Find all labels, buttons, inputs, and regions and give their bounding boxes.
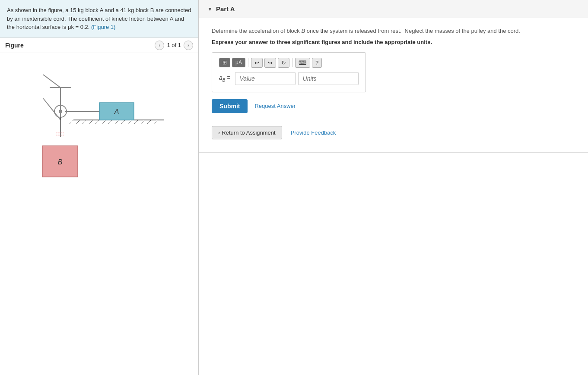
units-input[interactable] <box>298 72 359 85</box>
help-button[interactable]: ? <box>312 58 322 68</box>
problem-statement: As shown in the figure, a 15 kg block A … <box>0 0 198 38</box>
figure-prev-button[interactable]: ‹ <box>155 41 164 50</box>
svg-text:A: A <box>114 108 119 115</box>
keyboard-button[interactable]: ⌨ <box>295 58 310 68</box>
input-row: aB = <box>219 72 359 85</box>
undo-icon: ↩ <box>254 60 259 66</box>
block-b-label: B <box>301 28 305 34</box>
svg-line-9 <box>121 120 125 124</box>
figure-header: Figure ‹ 1 of 1 › <box>0 38 198 53</box>
problem-instruction: Express your answer to three significant… <box>212 39 575 45</box>
submit-button[interactable]: Submit <box>212 99 248 113</box>
svg-line-5 <box>95 120 99 124</box>
figure-next-button[interactable]: › <box>184 41 193 50</box>
svg-line-12 <box>140 120 145 124</box>
input-label: aB = <box>219 74 231 82</box>
return-label: Return to Assignment <box>222 129 275 136</box>
right-panel: ▼ Part A Determine the acceleration of b… <box>199 0 588 375</box>
format-button[interactable]: ⊞ <box>219 58 230 67</box>
svg-line-4 <box>89 120 93 124</box>
figure-canvas: A <box>0 53 198 375</box>
redo-button[interactable]: ↪ <box>264 58 276 68</box>
mu-icon: μA <box>235 60 242 66</box>
figure-svg-container: A <box>0 53 198 192</box>
actions-row: Submit Request Answer <box>212 99 575 113</box>
svg-line-14 <box>153 120 158 124</box>
a-label: aB <box>219 74 225 81</box>
svg-point-23 <box>59 110 62 113</box>
return-chevron-icon: ‹ <box>218 129 220 136</box>
svg-line-21 <box>43 75 60 88</box>
return-button[interactable]: ‹ Return to Assignment <box>212 126 282 139</box>
svg-line-6 <box>102 120 106 124</box>
part-section: ▼ Part A Determine the acceleration of b… <box>199 0 588 153</box>
part-title: Part A <box>216 5 235 13</box>
figure-link[interactable]: (Figure 1) <box>91 24 115 30</box>
svg-line-13 <box>147 120 151 124</box>
request-answer-link[interactable]: Request Answer <box>254 103 296 109</box>
svg-line-10 <box>127 120 132 124</box>
reset-icon: ↻ <box>281 60 286 66</box>
part-content: Determine the acceleration of block B on… <box>199 18 588 152</box>
figure-nav: ‹ 1 of 1 › <box>155 41 193 50</box>
reset-button[interactable]: ↻ <box>278 58 289 68</box>
svg-line-1 <box>69 120 73 124</box>
svg-text:B: B <box>58 158 63 166</box>
keyboard-icon: ⌨ <box>299 60 307 66</box>
svg-line-8 <box>114 120 119 124</box>
svg-line-2 <box>76 120 80 124</box>
part-header[interactable]: ▼ Part A <box>199 0 588 18</box>
toolbar-separator-1 <box>248 58 248 67</box>
provide-feedback-link[interactable]: Provide Feedback <box>291 129 336 136</box>
help-icon: ? <box>315 60 318 66</box>
left-panel: As shown in the figure, a 15 kg block A … <box>0 0 199 375</box>
answer-box: ⊞ μA ↩ ↪ ↻ <box>212 52 366 92</box>
part-toggle-icon: ▼ <box>207 6 213 12</box>
value-input[interactable] <box>235 72 296 85</box>
svg-line-11 <box>134 120 138 124</box>
toolbar-separator-2 <box>292 58 292 67</box>
figure-svg: A <box>9 62 164 183</box>
figure-title: Figure <box>5 42 24 49</box>
svg-line-3 <box>82 120 86 124</box>
problem-description: Determine the acceleration of block B on… <box>212 27 575 35</box>
redo-icon: ↪ <box>268 60 273 66</box>
svg-line-7 <box>108 120 112 124</box>
bottom-row: ‹ Return to Assignment Provide Feedback <box>212 126 575 139</box>
figure-page: 1 of 1 <box>167 42 181 48</box>
toolbar: ⊞ μA ↩ ↪ ↻ <box>219 58 359 68</box>
format-icon: ⊞ <box>222 60 227 66</box>
mu-button[interactable]: μA <box>232 58 245 67</box>
undo-button[interactable]: ↩ <box>251 58 263 68</box>
figure-section: Figure ‹ 1 of 1 › <box>0 38 198 375</box>
